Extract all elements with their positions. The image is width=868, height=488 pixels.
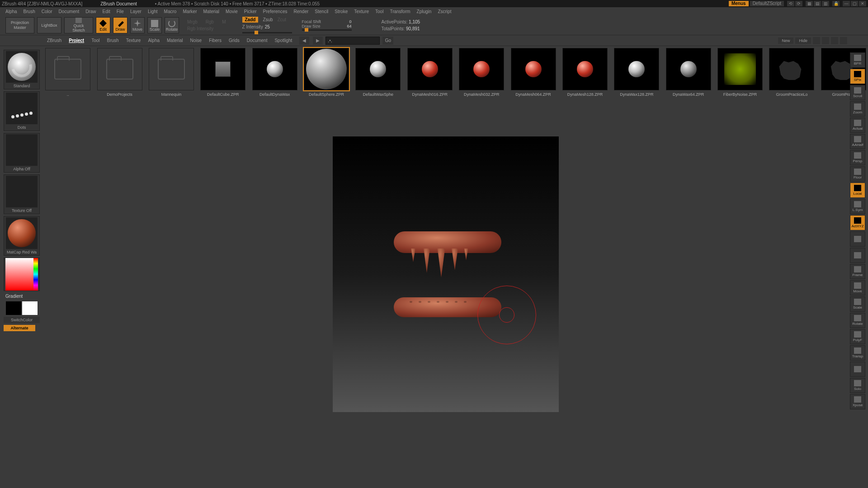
lightbox-item[interactable]: DynaMesh128.ZPR xyxy=(561,48,609,98)
lightbox-item[interactable]: DynaMesh064.ZPR xyxy=(509,48,557,98)
menu-render[interactable]: Render xyxy=(294,9,309,14)
lightbox-item[interactable]: FiberByNoise.ZPR xyxy=(716,48,764,98)
panel-icon[interactable]: ▦ xyxy=(806,1,813,6)
tab-brush[interactable]: Brush xyxy=(104,37,123,44)
rotate-mode-button[interactable]: Rotate xyxy=(165,17,179,33)
menu-brush[interactable]: Brush xyxy=(24,9,35,14)
tab-zbrush[interactable]: ZBrush xyxy=(43,37,65,44)
lock-icon[interactable]: 🔒 xyxy=(832,1,840,6)
layout-toggle-2-icon[interactable]: ⟳ xyxy=(795,1,802,6)
primary-color-swatch[interactable] xyxy=(22,301,38,315)
menu-zscript[interactable]: Zscript xyxy=(438,9,451,14)
color-picker-icon[interactable] xyxy=(5,258,38,291)
lightbox-item[interactable]: Mannequin xyxy=(147,48,196,98)
alpha-selector[interactable]: Alpha Off xyxy=(4,133,40,173)
nav-scroll-button[interactable]: Scroll xyxy=(850,85,865,100)
menu-color[interactable]: Color xyxy=(42,9,52,14)
view-mode-3-icon[interactable] xyxy=(831,37,838,44)
tab-spotlight[interactable]: Spotlight xyxy=(271,37,296,44)
lightbox-button[interactable]: LightBox xyxy=(37,17,61,33)
alternate-button[interactable]: Alternate xyxy=(4,325,35,331)
close-icon[interactable]: ✕ xyxy=(859,1,866,6)
menu-picker[interactable]: Picker xyxy=(244,9,257,14)
menu-edit[interactable]: Edit xyxy=(103,9,110,14)
lightbox-item[interactable]: DemoProjects xyxy=(95,48,144,98)
menu-file[interactable]: File xyxy=(117,9,124,14)
stroke-selector[interactable]: Dots xyxy=(4,91,40,131)
lightbox-item[interactable]: DynaWax128.ZPR xyxy=(612,48,661,98)
document-canvas[interactable] xyxy=(333,136,559,412)
layout-toggle-1-icon[interactable]: ⟲ xyxy=(787,1,794,6)
tab-document[interactable]: Document xyxy=(243,37,271,44)
nav-aahalf-button[interactable]: AAHalf xyxy=(850,134,865,149)
menu-tool[interactable]: Tool xyxy=(375,9,383,14)
z-intensity-slider[interactable] xyxy=(242,32,292,33)
zadd-button[interactable]: Zadd xyxy=(242,17,259,23)
tab-project[interactable]: Project xyxy=(65,37,88,44)
tab-grids[interactable]: Grids xyxy=(225,37,243,44)
gradient-button[interactable]: Gradient xyxy=(4,293,40,300)
lightbox-item[interactable]: DynaMesh032.ZPR xyxy=(457,48,506,98)
menu-movie[interactable]: Movie xyxy=(226,9,238,14)
menu-marker[interactable]: Marker xyxy=(183,9,197,14)
panel-3-icon[interactable]: ▥ xyxy=(822,1,829,6)
nav-prev-icon[interactable]: ◀ xyxy=(299,37,309,45)
view-mode-4-icon[interactable] xyxy=(840,37,847,44)
m-button[interactable]: M xyxy=(222,19,226,24)
menu-material[interactable]: Material xyxy=(203,9,220,14)
menu-stroke[interactable]: Stroke xyxy=(335,9,348,14)
nav-rotate-button[interactable]: Rotate xyxy=(850,313,865,328)
menu-document[interactable]: Document xyxy=(59,9,80,14)
projection-master-button[interactable]: Projection Master xyxy=(5,17,34,33)
menus-button[interactable]: Menus xyxy=(729,1,749,6)
nav-transp-button[interactable]: Transp xyxy=(850,345,865,361)
hide-button[interactable]: Hide xyxy=(795,38,811,44)
lightbox-item[interactable]: DefaultWaxSphe xyxy=(354,48,402,98)
nav-scale-button[interactable]: Scale xyxy=(850,296,865,312)
color-picker[interactable] xyxy=(4,258,40,291)
nav-spix-button[interactable]: SPix xyxy=(850,69,865,84)
nav-blank-button[interactable] xyxy=(850,361,865,377)
nav-blank-button[interactable] xyxy=(850,248,865,263)
lightbox-item[interactable]: DynaWax64.ZPR xyxy=(664,48,713,98)
nav-local-button[interactable]: Local xyxy=(850,183,865,198)
zcut-button[interactable]: Zcut xyxy=(278,17,286,22)
nav-polyf-button[interactable]: PolyF xyxy=(850,329,865,344)
tab-noise[interactable]: Noise xyxy=(187,37,206,44)
nav-frame-button[interactable]: Frame xyxy=(850,264,865,279)
nav-actual-button[interactable]: Actual xyxy=(850,117,865,133)
draw-size-value[interactable]: 64 xyxy=(347,24,351,28)
rgb-button[interactable]: Rgb xyxy=(206,19,214,24)
quick-sketch-button[interactable]: Quick Sketch xyxy=(64,17,93,33)
path-input[interactable] xyxy=(326,37,380,45)
z-intensity-value[interactable]: 25 xyxy=(265,24,270,29)
tab-fibers[interactable]: Fibers xyxy=(205,37,225,44)
lightbox-item[interactable]: DefaultCube.ZPR xyxy=(198,48,247,98)
menu-draw[interactable]: Draw xyxy=(85,9,96,14)
material-selector[interactable]: MatCap Red Wa xyxy=(4,216,40,256)
tab-tool[interactable]: Tool xyxy=(88,37,103,44)
tab-alpha[interactable]: Alpha xyxy=(144,37,163,44)
nav-solo-button[interactable]: Solo xyxy=(850,378,865,393)
menu-zplugin[interactable]: Zplugin xyxy=(417,9,432,14)
lightbox-item[interactable]: DefaultSphere.ZPR xyxy=(302,48,351,98)
mrgb-button[interactable]: Mrgb xyxy=(187,19,198,24)
maximize-icon[interactable]: ▢ xyxy=(851,1,858,6)
view-mode-2-icon[interactable] xyxy=(822,37,829,44)
focal-shift-value[interactable]: 0 xyxy=(349,19,351,24)
new-button[interactable]: New xyxy=(778,38,793,44)
tab-texture[interactable]: Texture xyxy=(123,37,145,44)
minimize-icon[interactable]: — xyxy=(843,1,850,6)
menu-alpha[interactable]: Alpha xyxy=(5,9,17,14)
nav-xpose-button[interactable]: Xpose xyxy=(850,394,865,409)
lightbox-item[interactable]: DefaultDynaWax xyxy=(250,48,299,98)
nav-move-button[interactable]: Move xyxy=(850,280,865,296)
nav-persp-button[interactable]: Persp xyxy=(850,150,865,165)
tab-material[interactable]: Material xyxy=(163,37,187,44)
menu-texture[interactable]: Texture xyxy=(354,9,369,14)
menu-preferences[interactable]: Preferences xyxy=(263,9,288,14)
panel-2-icon[interactable]: ▤ xyxy=(814,1,821,6)
brush-selector[interactable]: Standard xyxy=(4,50,40,89)
edit-mode-button[interactable]: Edit xyxy=(96,17,110,33)
lightbox-item[interactable]: GroomPracticeLo xyxy=(767,48,816,98)
